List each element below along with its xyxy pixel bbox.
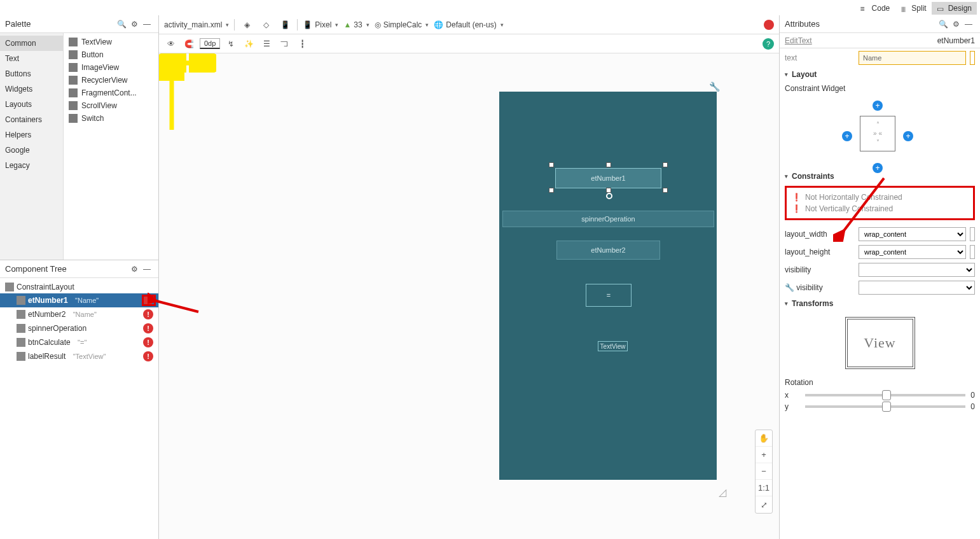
tree-item-btncalc[interactable]: btnCalculate "="!	[0, 335, 158, 349]
more-icon[interactable]	[970, 227, 975, 241]
palette-cat-legacy[interactable]: Legacy	[0, 158, 63, 173]
zoom-fit-button[interactable]: ⤢	[756, 496, 772, 513]
tree-root[interactable]: ConstraintLayout	[0, 281, 158, 293]
palette-cat-containers[interactable]: Containers	[0, 112, 63, 127]
rot-x-value: 0	[970, 391, 975, 400]
magnet-icon[interactable]: 🧲	[182, 37, 196, 51]
palette-cat-helpers[interactable]: Helpers	[0, 127, 63, 143]
orientation-icon[interactable]: 📱	[278, 18, 292, 32]
component-type[interactable]: EditText	[785, 36, 812, 45]
error-icon[interactable]: !	[143, 309, 153, 319]
error-icon[interactable]: !	[143, 351, 153, 361]
palette-cat-common[interactable]: Common	[0, 36, 63, 51]
rotation-y-slider[interactable]	[805, 405, 965, 408]
more-icon[interactable]	[970, 245, 975, 259]
palette-item-switch[interactable]: Switch	[64, 112, 158, 125]
mode-design[interactable]: ▭Design	[932, 2, 977, 15]
add-top-constraint-icon[interactable]: +	[873, 101, 883, 111]
resize-handle-icon[interactable]: ◿	[719, 486, 726, 498]
search-icon[interactable]: 🔍	[115, 18, 128, 31]
palette-item-recyclerview[interactable]: RecyclerView	[64, 74, 158, 87]
error-badge[interactable]	[764, 20, 774, 30]
tools-visibility-completổ[interactable]	[859, 281, 975, 295]
constraint-widget[interactable]: ˄» «˅ + + + +	[785, 99, 975, 169]
fragment-icon	[69, 88, 78, 97]
layout-width-select[interactable]: wrap_content	[859, 227, 966, 241]
theme-picker[interactable]: ◎ SimpleCalc	[375, 20, 429, 29]
add-bottom-constraint-icon[interactable]: +	[873, 163, 883, 173]
design-toolbar: 👁 🧲 0dp ↯ ✨ ☰ ⫎ ┇ ?	[159, 34, 779, 53]
mode-code[interactable]: ≡Code	[855, 2, 895, 15]
wrench-icon[interactable]: 🔧	[709, 81, 720, 92]
edittext-icon	[17, 310, 25, 319]
palette-cat-buttons[interactable]: Buttons	[0, 66, 63, 81]
zoom-in-button[interactable]: +	[756, 447, 772, 463]
rotation-x-slider[interactable]	[805, 394, 965, 396]
selected-id: etNumber1	[937, 36, 975, 45]
minimize-icon[interactable]: —	[962, 18, 975, 31]
constraints-error-box: Not Horizontally Constrained Not Vertica…	[785, 186, 975, 220]
layers-icon[interactable]: ◈	[240, 18, 254, 32]
palette-cat-text[interactable]: Text	[0, 51, 63, 66]
gear-icon[interactable]: ⚙	[128, 18, 141, 31]
error-icon[interactable]: !	[143, 323, 153, 333]
attr-text-field[interactable]: Name	[859, 51, 966, 65]
preview-etnumber2[interactable]: etNumber2	[556, 241, 660, 260]
tree-item-etnumber2[interactable]: etNumber2 "Name"!	[0, 307, 158, 321]
help-icon[interactable]: ?	[763, 38, 774, 50]
preview-btncalc[interactable]: =	[586, 284, 631, 307]
mode-split[interactable]: ⫼Split	[895, 2, 931, 15]
palette-item-fragment[interactable]: FragmentCont...	[64, 87, 158, 99]
eye-icon[interactable]: 👁	[164, 37, 178, 51]
pack-icon[interactable]: ⫎	[277, 37, 291, 51]
clear-constraints-icon[interactable]: ↯	[224, 37, 238, 51]
layout-height-select[interactable]: wrap_content	[859, 245, 966, 259]
add-left-constraint-icon[interactable]: +	[842, 131, 852, 141]
cw-box[interactable]: ˄» «˅	[860, 116, 895, 151]
attr-text-row: text Name	[785, 51, 975, 65]
guideline-icon[interactable]: ┇	[295, 37, 309, 51]
add-right-constraint-icon[interactable]: +	[903, 131, 913, 141]
file-tab[interactable]: activity_main.xml	[164, 20, 229, 29]
palette-cat-layouts[interactable]: Layouts	[0, 97, 63, 112]
locale-picker[interactable]: 🌐 Default (en-us)	[434, 20, 503, 29]
api-picker[interactable]: ▲ 33	[343, 20, 369, 29]
flag-icon[interactable]	[970, 51, 975, 65]
tree-item-etnumber1[interactable]: etNumber1 "Name"!	[0, 293, 158, 307]
pan-button[interactable]: ✋	[756, 430, 772, 447]
error-icon[interactable]: !	[143, 337, 153, 347]
preview-etnumber1[interactable]: etNumber1	[555, 168, 661, 188]
preview-labelresult[interactable]: TextView	[598, 341, 628, 351]
gear-icon[interactable]: ⚙	[128, 263, 141, 276]
device-picker[interactable]: 📱 Pixel	[303, 20, 338, 29]
rot-y-value: 0	[970, 402, 975, 411]
palette-item-imageview[interactable]: ImageView	[64, 61, 158, 74]
attr-text-label: text	[785, 53, 855, 62]
wand-icon[interactable]: ✨	[242, 37, 256, 51]
minimize-icon[interactable]: —	[141, 18, 153, 31]
palette-cat-google[interactable]: Google	[0, 143, 63, 158]
zoom-out-button[interactable]: −	[756, 463, 772, 480]
zoom-reset-button[interactable]: 1:1	[756, 480, 772, 496]
gear-icon[interactable]: ⚙	[949, 18, 962, 31]
section-layout[interactable]: Layout	[785, 67, 975, 81]
section-transforms[interactable]: Transforms	[785, 297, 975, 311]
preview-spinner[interactable]: spinnerOperation	[502, 211, 714, 227]
palette-item-button[interactable]: Button	[64, 48, 158, 61]
device-preview[interactable]: etNumber1 spinnerOperation etNumber2 = T…	[499, 92, 717, 480]
constraint-error-v: Not Vertically Constrained	[792, 203, 968, 214]
constraint-anchor-icon[interactable]	[606, 193, 612, 199]
diamond-icon[interactable]: ◇	[259, 18, 273, 32]
design-surface[interactable]: 🔧 etNumber1 spinnerOperation etNumber2 =…	[159, 53, 779, 539]
visibility-select[interactable]	[859, 263, 975, 277]
palette-item-scrollview[interactable]: ScrollView	[64, 99, 158, 112]
search-icon[interactable]: 🔍	[937, 18, 949, 31]
palette-cat-widgets[interactable]: Widgets	[0, 81, 63, 97]
tree-item-labelresult[interactable]: labelResult "TextView"!	[0, 349, 158, 363]
align-icon[interactable]: ☰	[259, 37, 273, 51]
minimize-icon[interactable]: —	[141, 263, 153, 276]
palette-item-textview[interactable]: TextView	[64, 36, 158, 48]
tree-item-spinner[interactable]: spinnerOperation!	[0, 321, 158, 335]
default-margin-field[interactable]: 0dp	[200, 38, 220, 49]
annotation-arrow-up	[159, 53, 184, 136]
